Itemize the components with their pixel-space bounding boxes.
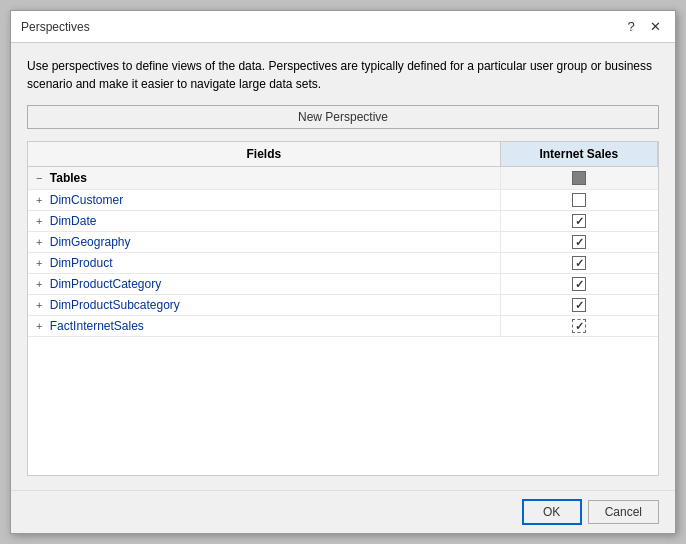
row-checkbox[interactable]: [572, 193, 586, 207]
col-header-fields: Fields: [28, 142, 500, 167]
table-header-row: Fields Internet Sales: [28, 142, 658, 167]
table-row: + DimCustomer: [28, 190, 658, 211]
table-name-link[interactable]: DimGeography: [50, 235, 131, 249]
row-checkbox-cell: [500, 253, 657, 274]
title-bar-actions: ? ✕: [621, 17, 665, 37]
col-header-internet-sales: Internet Sales: [500, 142, 657, 167]
dialog-title: Perspectives: [21, 20, 90, 34]
dialog-body: Use perspectives to define views of the …: [11, 43, 675, 490]
row-checkbox-cell: [500, 274, 657, 295]
table-row: + DimProductSubcategory: [28, 295, 658, 316]
row-checkbox-cell: [500, 211, 657, 232]
table-row: + DimGeography: [28, 232, 658, 253]
tables-header-checkbox[interactable]: [572, 171, 586, 185]
row-checkbox[interactable]: [572, 214, 586, 228]
table-row: + DimDate: [28, 211, 658, 232]
help-button[interactable]: ?: [621, 17, 641, 37]
row-checkbox[interactable]: [572, 319, 586, 333]
row-name-cell: + DimDate: [28, 211, 500, 232]
row-name-cell: + FactInternetSales: [28, 316, 500, 337]
title-bar: Perspectives ? ✕: [11, 11, 675, 43]
row-checkbox[interactable]: [572, 235, 586, 249]
tables-header-cell: − Tables: [28, 167, 500, 190]
row-name-cell: + DimProductSubcategory: [28, 295, 500, 316]
perspectives-table: Fields Internet Sales − Tables + DimCust…: [28, 142, 658, 337]
perspectives-dialog: Perspectives ? ✕ Use perspectives to def…: [10, 10, 676, 534]
row-checkbox[interactable]: [572, 256, 586, 270]
row-name-cell: + DimProduct: [28, 253, 500, 274]
row-name-cell: + DimProductCategory: [28, 274, 500, 295]
description-text: Use perspectives to define views of the …: [27, 57, 659, 93]
new-perspective-button[interactable]: New Perspective: [27, 105, 659, 129]
dialog-footer: OK Cancel: [11, 490, 675, 533]
row-checkbox[interactable]: [572, 277, 586, 291]
table-row: + DimProduct: [28, 253, 658, 274]
tables-header-checkbox-cell: [500, 167, 657, 190]
row-checkbox-cell: [500, 232, 657, 253]
expand-icon[interactable]: +: [36, 215, 42, 227]
row-checkbox-cell: [500, 295, 657, 316]
collapse-icon[interactable]: −: [36, 172, 42, 184]
table-row: + FactInternetSales: [28, 316, 658, 337]
row-name-cell: + DimGeography: [28, 232, 500, 253]
ok-button[interactable]: OK: [522, 499, 582, 525]
table-name-link[interactable]: FactInternetSales: [50, 319, 144, 333]
expand-icon[interactable]: +: [36, 194, 42, 206]
row-checkbox-cell: [500, 190, 657, 211]
cancel-button[interactable]: Cancel: [588, 500, 659, 524]
table-row: + DimProductCategory: [28, 274, 658, 295]
table-name-link[interactable]: DimCustomer: [50, 193, 123, 207]
expand-icon[interactable]: +: [36, 320, 42, 332]
close-button[interactable]: ✕: [645, 17, 665, 37]
table-name-link[interactable]: DimProduct: [50, 256, 113, 270]
expand-icon[interactable]: +: [36, 236, 42, 248]
title-bar-left: Perspectives: [21, 20, 90, 34]
tables-header-row: − Tables: [28, 167, 658, 190]
expand-icon[interactable]: +: [36, 257, 42, 269]
table-name-link[interactable]: DimDate: [50, 214, 97, 228]
table-name-link[interactable]: DimProductCategory: [50, 277, 161, 291]
table-name-link[interactable]: DimProductSubcategory: [50, 298, 180, 312]
row-checkbox-cell: [500, 316, 657, 337]
tables-label: Tables: [50, 171, 87, 185]
expand-icon[interactable]: +: [36, 299, 42, 311]
row-checkbox[interactable]: [572, 298, 586, 312]
expand-icon[interactable]: +: [36, 278, 42, 290]
perspectives-table-container: Fields Internet Sales − Tables + DimCust…: [27, 141, 659, 476]
row-name-cell: + DimCustomer: [28, 190, 500, 211]
